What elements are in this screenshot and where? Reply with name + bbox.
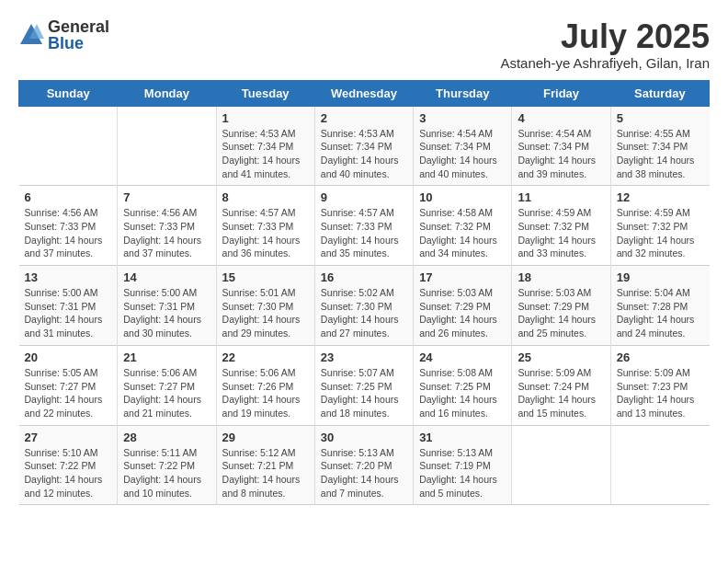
day-info: Sunrise: 4:56 AM Sunset: 7:33 PM Dayligh… bbox=[25, 206, 112, 260]
day-info: Sunrise: 5:03 AM Sunset: 7:29 PM Dayligh… bbox=[518, 286, 604, 340]
day-number: 9 bbox=[321, 190, 407, 204]
day-info: Sunrise: 5:02 AM Sunset: 7:30 PM Dayligh… bbox=[321, 286, 407, 340]
calendar-week-row: 27Sunrise: 5:10 AM Sunset: 7:22 PM Dayli… bbox=[19, 425, 710, 505]
calendar-cell: 24Sunrise: 5:08 AM Sunset: 7:25 PM Dayli… bbox=[414, 345, 512, 425]
calendar-cell bbox=[512, 425, 610, 505]
calendar-week-row: 13Sunrise: 5:00 AM Sunset: 7:31 PM Dayli… bbox=[19, 266, 710, 346]
calendar-cell bbox=[118, 106, 216, 186]
day-number: 17 bbox=[419, 270, 506, 284]
calendar-cell: 16Sunrise: 5:02 AM Sunset: 7:30 PM Dayli… bbox=[314, 266, 413, 346]
day-info: Sunrise: 4:53 AM Sunset: 7:34 PM Dayligh… bbox=[321, 127, 407, 181]
day-number: 2 bbox=[321, 111, 407, 125]
day-info: Sunrise: 5:13 AM Sunset: 7:20 PM Dayligh… bbox=[321, 446, 407, 500]
weekday-header: Sunday bbox=[19, 80, 118, 106]
calendar-cell: 20Sunrise: 5:05 AM Sunset: 7:27 PM Dayli… bbox=[19, 345, 118, 425]
day-number: 14 bbox=[123, 270, 210, 284]
calendar-cell: 9Sunrise: 4:57 AM Sunset: 7:33 PM Daylig… bbox=[314, 186, 413, 266]
day-number: 15 bbox=[222, 270, 309, 284]
day-info: Sunrise: 4:57 AM Sunset: 7:33 PM Dayligh… bbox=[321, 206, 407, 260]
calendar-cell: 1Sunrise: 4:53 AM Sunset: 7:34 PM Daylig… bbox=[216, 106, 314, 186]
calendar-cell: 22Sunrise: 5:06 AM Sunset: 7:26 PM Dayli… bbox=[216, 345, 314, 425]
day-info: Sunrise: 5:00 AM Sunset: 7:31 PM Dayligh… bbox=[25, 286, 112, 340]
day-number: 21 bbox=[123, 350, 210, 364]
calendar-week-row: 20Sunrise: 5:05 AM Sunset: 7:27 PM Dayli… bbox=[19, 345, 710, 425]
calendar-cell: 28Sunrise: 5:11 AM Sunset: 7:22 PM Dayli… bbox=[118, 425, 216, 505]
weekday-header: Monday bbox=[118, 80, 216, 106]
calendar-cell: 7Sunrise: 4:56 AM Sunset: 7:33 PM Daylig… bbox=[118, 186, 216, 266]
logo-general-text: General bbox=[48, 18, 109, 35]
day-info: Sunrise: 5:11 AM Sunset: 7:22 PM Dayligh… bbox=[123, 446, 210, 500]
day-number: 24 bbox=[419, 350, 506, 364]
weekday-header: Friday bbox=[512, 80, 610, 106]
day-number: 7 bbox=[123, 190, 210, 204]
calendar-week-row: 6Sunrise: 4:56 AM Sunset: 7:33 PM Daylig… bbox=[19, 186, 710, 266]
day-number: 19 bbox=[617, 270, 704, 284]
day-info: Sunrise: 5:03 AM Sunset: 7:29 PM Dayligh… bbox=[419, 286, 506, 340]
calendar-cell: 13Sunrise: 5:00 AM Sunset: 7:31 PM Dayli… bbox=[19, 266, 118, 346]
day-info: Sunrise: 5:06 AM Sunset: 7:27 PM Dayligh… bbox=[123, 366, 210, 420]
logo-blue-text: Blue bbox=[48, 35, 109, 52]
day-number: 8 bbox=[222, 190, 309, 204]
weekday-header: Thursday bbox=[414, 80, 512, 106]
calendar-cell: 31Sunrise: 5:13 AM Sunset: 7:19 PM Dayli… bbox=[414, 425, 512, 505]
weekday-header: Wednesday bbox=[314, 80, 413, 106]
logo-icon bbox=[18, 22, 44, 48]
calendar-cell: 3Sunrise: 4:54 AM Sunset: 7:34 PM Daylig… bbox=[414, 106, 512, 186]
day-info: Sunrise: 5:07 AM Sunset: 7:25 PM Dayligh… bbox=[321, 366, 407, 420]
day-number: 26 bbox=[617, 350, 704, 364]
day-info: Sunrise: 5:05 AM Sunset: 7:27 PM Dayligh… bbox=[25, 366, 112, 420]
day-number: 1 bbox=[222, 111, 309, 125]
day-number: 29 bbox=[222, 431, 309, 444]
calendar-cell: 26Sunrise: 5:09 AM Sunset: 7:23 PM Dayli… bbox=[610, 345, 709, 425]
calendar-cell bbox=[19, 106, 118, 186]
day-info: Sunrise: 4:56 AM Sunset: 7:33 PM Dayligh… bbox=[123, 206, 210, 260]
day-info: Sunrise: 4:58 AM Sunset: 7:32 PM Dayligh… bbox=[419, 206, 506, 260]
day-number: 11 bbox=[518, 190, 604, 204]
day-info: Sunrise: 5:06 AM Sunset: 7:26 PM Dayligh… bbox=[222, 366, 309, 420]
calendar-week-row: 1Sunrise: 4:53 AM Sunset: 7:34 PM Daylig… bbox=[19, 106, 710, 186]
day-info: Sunrise: 5:10 AM Sunset: 7:22 PM Dayligh… bbox=[25, 446, 112, 500]
day-number: 18 bbox=[518, 270, 604, 284]
day-info: Sunrise: 5:09 AM Sunset: 7:23 PM Dayligh… bbox=[617, 366, 704, 420]
calendar-cell: 2Sunrise: 4:53 AM Sunset: 7:34 PM Daylig… bbox=[314, 106, 413, 186]
day-info: Sunrise: 4:55 AM Sunset: 7:34 PM Dayligh… bbox=[617, 127, 704, 181]
day-info: Sunrise: 5:01 AM Sunset: 7:30 PM Dayligh… bbox=[222, 286, 309, 340]
weekday-header-row: SundayMondayTuesdayWednesdayThursdayFrid… bbox=[19, 80, 710, 106]
day-number: 27 bbox=[25, 431, 112, 444]
calendar-cell: 5Sunrise: 4:55 AM Sunset: 7:34 PM Daylig… bbox=[610, 106, 709, 186]
day-info: Sunrise: 5:12 AM Sunset: 7:21 PM Dayligh… bbox=[222, 446, 309, 500]
calendar-cell: 11Sunrise: 4:59 AM Sunset: 7:32 PM Dayli… bbox=[512, 186, 610, 266]
day-info: Sunrise: 4:54 AM Sunset: 7:34 PM Dayligh… bbox=[518, 127, 604, 181]
calendar-cell: 8Sunrise: 4:57 AM Sunset: 7:33 PM Daylig… bbox=[216, 186, 314, 266]
calendar-cell: 10Sunrise: 4:58 AM Sunset: 7:32 PM Dayli… bbox=[414, 186, 512, 266]
day-number: 16 bbox=[321, 270, 407, 284]
calendar-cell: 21Sunrise: 5:06 AM Sunset: 7:27 PM Dayli… bbox=[118, 345, 216, 425]
calendar-table: SundayMondayTuesdayWednesdayThursdayFrid… bbox=[18, 80, 710, 506]
calendar-cell: 27Sunrise: 5:10 AM Sunset: 7:22 PM Dayli… bbox=[19, 425, 118, 505]
calendar-cell: 25Sunrise: 5:09 AM Sunset: 7:24 PM Dayli… bbox=[512, 345, 610, 425]
day-info: Sunrise: 5:13 AM Sunset: 7:19 PM Dayligh… bbox=[419, 446, 506, 500]
day-number: 20 bbox=[25, 350, 112, 364]
month-title: July 2025 bbox=[500, 18, 710, 55]
day-number: 5 bbox=[617, 111, 704, 125]
weekday-header: Saturday bbox=[610, 80, 709, 106]
calendar-cell: 12Sunrise: 4:59 AM Sunset: 7:32 PM Dayli… bbox=[610, 186, 709, 266]
calendar-cell: 4Sunrise: 4:54 AM Sunset: 7:34 PM Daylig… bbox=[512, 106, 610, 186]
calendar-cell: 30Sunrise: 5:13 AM Sunset: 7:20 PM Dayli… bbox=[314, 425, 413, 505]
day-info: Sunrise: 5:04 AM Sunset: 7:28 PM Dayligh… bbox=[617, 286, 704, 340]
day-number: 3 bbox=[419, 111, 506, 125]
calendar-cell bbox=[610, 425, 709, 505]
day-number: 10 bbox=[419, 190, 506, 204]
day-info: Sunrise: 5:00 AM Sunset: 7:31 PM Dayligh… bbox=[123, 286, 210, 340]
calendar-cell: 29Sunrise: 5:12 AM Sunset: 7:21 PM Dayli… bbox=[216, 425, 314, 505]
day-info: Sunrise: 4:57 AM Sunset: 7:33 PM Dayligh… bbox=[222, 206, 309, 260]
location-subtitle: Astaneh-ye Ashrafiyeh, Gilan, Iran bbox=[500, 55, 710, 71]
day-number: 31 bbox=[419, 431, 506, 444]
day-number: 28 bbox=[123, 431, 210, 444]
calendar-cell: 19Sunrise: 5:04 AM Sunset: 7:28 PM Dayli… bbox=[610, 266, 709, 346]
day-info: Sunrise: 5:08 AM Sunset: 7:25 PM Dayligh… bbox=[419, 366, 506, 420]
calendar-cell: 6Sunrise: 4:56 AM Sunset: 7:33 PM Daylig… bbox=[19, 186, 118, 266]
calendar-cell: 14Sunrise: 5:00 AM Sunset: 7:31 PM Dayli… bbox=[118, 266, 216, 346]
day-info: Sunrise: 4:59 AM Sunset: 7:32 PM Dayligh… bbox=[617, 206, 704, 260]
calendar-cell: 18Sunrise: 5:03 AM Sunset: 7:29 PM Dayli… bbox=[512, 266, 610, 346]
